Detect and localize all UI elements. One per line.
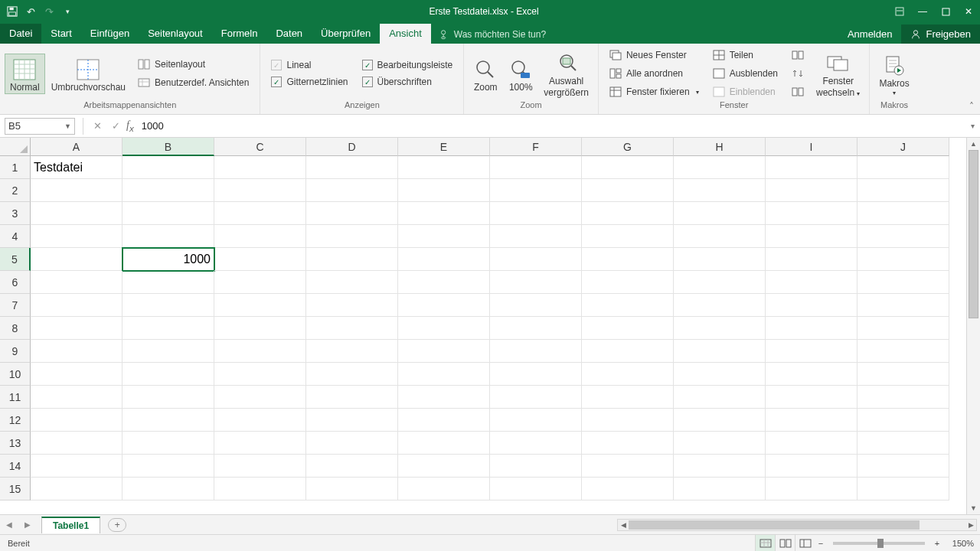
cell[interactable] xyxy=(122,455,214,478)
cell[interactable] xyxy=(582,317,674,340)
col-header[interactable]: H xyxy=(674,138,766,156)
cell[interactable] xyxy=(398,317,490,340)
cell[interactable] xyxy=(490,202,582,225)
cell[interactable] xyxy=(858,156,949,179)
sheet-tab-active[interactable]: Tabelle1 xyxy=(41,517,100,533)
cell[interactable]: 1000 xyxy=(122,248,214,271)
cell[interactable] xyxy=(490,363,582,386)
cell[interactable] xyxy=(306,156,398,179)
cell[interactable] xyxy=(122,225,214,248)
cell[interactable] xyxy=(31,432,122,455)
ribbon-options-icon[interactable] xyxy=(888,0,911,23)
cell[interactable] xyxy=(490,386,582,409)
cell[interactable] xyxy=(858,455,949,478)
cell[interactable] xyxy=(306,202,398,225)
cell[interactable] xyxy=(582,478,674,500)
cell[interactable] xyxy=(582,432,674,455)
cell[interactable] xyxy=(674,317,766,340)
zoom-percent[interactable]: 150% xyxy=(943,539,980,548)
undo-icon[interactable]: ↶ xyxy=(24,5,37,18)
cell[interactable] xyxy=(31,386,122,409)
cell[interactable] xyxy=(674,248,766,271)
tab-einfügen[interactable]: Einfügen xyxy=(81,24,139,44)
cell[interactable] xyxy=(31,248,122,271)
name-box[interactable]: B5 ▼ xyxy=(5,118,75,135)
cell[interactable] xyxy=(398,455,490,478)
cell[interactable] xyxy=(214,294,306,317)
split-button[interactable]: Teilen xyxy=(710,48,781,62)
row-header[interactable]: 5 xyxy=(0,248,31,271)
cell[interactable] xyxy=(398,294,490,317)
cell[interactable] xyxy=(31,363,122,386)
cell[interactable] xyxy=(398,202,490,225)
cell[interactable] xyxy=(122,432,214,455)
cell[interactable] xyxy=(306,478,398,500)
cell[interactable] xyxy=(490,271,582,294)
view-custom-views-button[interactable]: Benutzerdef. Ansichten xyxy=(135,76,252,90)
cell[interactable] xyxy=(490,317,582,340)
cell[interactable] xyxy=(306,271,398,294)
tab-daten[interactable]: Daten xyxy=(266,24,312,44)
row-header[interactable]: 4 xyxy=(0,225,31,248)
col-header[interactable]: F xyxy=(490,138,582,156)
cell[interactable] xyxy=(674,179,766,202)
cell[interactable] xyxy=(122,363,214,386)
zoom-out-button[interactable]: − xyxy=(815,539,827,548)
cell[interactable] xyxy=(398,363,490,386)
cell[interactable] xyxy=(31,179,122,202)
cell[interactable] xyxy=(306,363,398,386)
cell[interactable] xyxy=(214,478,306,500)
row-header[interactable]: 6 xyxy=(0,271,31,294)
cell[interactable] xyxy=(582,248,674,271)
cell[interactable] xyxy=(398,409,490,432)
zoom-selection-button[interactable]: Auswahl vergrößern xyxy=(539,48,593,99)
cell[interactable] xyxy=(766,478,858,500)
next-sheet-icon[interactable]: ▶ xyxy=(18,520,37,529)
row-header[interactable]: 14 xyxy=(0,455,31,478)
cell[interactable] xyxy=(306,340,398,363)
horizontal-scrollbar[interactable]: ◀ ▶ xyxy=(617,519,977,531)
cell[interactable] xyxy=(582,363,674,386)
cell[interactable] xyxy=(306,432,398,455)
cell[interactable] xyxy=(306,294,398,317)
cell[interactable] xyxy=(858,294,949,317)
row-header[interactable]: 2 xyxy=(0,179,31,202)
zoom-100-button[interactable]: 100% xyxy=(504,54,537,93)
col-header[interactable]: D xyxy=(306,138,398,156)
cell[interactable] xyxy=(490,478,582,500)
cell[interactable] xyxy=(398,179,490,202)
row-header[interactable]: 11 xyxy=(0,386,31,409)
select-all-corner[interactable] xyxy=(0,138,31,156)
row-header[interactable]: 15 xyxy=(0,478,31,500)
cell[interactable] xyxy=(858,317,949,340)
scroll-thumb[interactable] xyxy=(629,520,920,530)
cell[interactable] xyxy=(398,156,490,179)
cell[interactable] xyxy=(766,317,858,340)
cell[interactable] xyxy=(766,271,858,294)
cell[interactable] xyxy=(122,317,214,340)
cell[interactable] xyxy=(214,386,306,409)
cell[interactable] xyxy=(398,478,490,500)
switch-windows-button[interactable]: Fenster wechseln ▾ xyxy=(812,48,864,99)
col-header[interactable]: I xyxy=(766,138,858,156)
cell[interactable] xyxy=(766,156,858,179)
close-icon[interactable]: ✕ xyxy=(957,0,980,23)
cell[interactable] xyxy=(31,271,122,294)
cell[interactable] xyxy=(31,225,122,248)
cell[interactable] xyxy=(490,432,582,455)
cell[interactable] xyxy=(306,225,398,248)
tab-file[interactable]: Datei xyxy=(0,24,41,44)
cell[interactable] xyxy=(214,179,306,202)
cell[interactable] xyxy=(674,363,766,386)
reset-position-button[interactable] xyxy=(789,85,807,99)
formula-input[interactable] xyxy=(139,118,965,135)
cell[interactable] xyxy=(398,225,490,248)
minimize-icon[interactable]: — xyxy=(911,0,934,23)
cell[interactable] xyxy=(31,478,122,500)
cell[interactable] xyxy=(766,455,858,478)
cell[interactable] xyxy=(582,156,674,179)
cell[interactable] xyxy=(122,409,214,432)
cell[interactable] xyxy=(398,271,490,294)
insert-function-icon[interactable]: fx xyxy=(125,119,139,133)
cell[interactable] xyxy=(858,363,949,386)
